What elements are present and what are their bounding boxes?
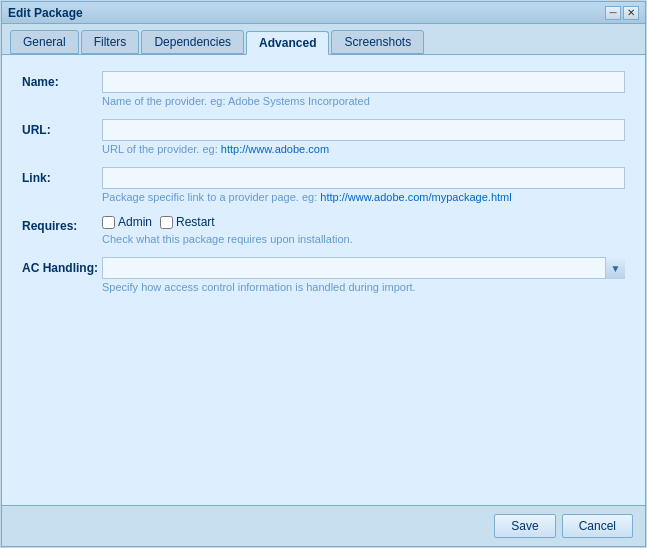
window-title: Edit Package <box>8 6 83 20</box>
ac-handling-label: AC Handling: <box>22 257 102 275</box>
restart-checkbox-label: Restart <box>160 215 215 229</box>
name-input[interactable] <box>102 71 625 93</box>
cancel-button[interactable]: Cancel <box>562 514 633 538</box>
requires-row: Requires: Admin Restart Check what this … <box>22 215 625 253</box>
checkboxes-row: Admin Restart <box>102 215 625 229</box>
link-hint-link[interactable]: http://www.adobe.com/mypackage.html <box>320 191 511 203</box>
edit-package-window: Edit Package ─ ✕ General Filters Depende… <box>1 1 646 547</box>
requires-field-col: Admin Restart Check what this package re… <box>102 215 625 253</box>
ac-handling-select[interactable] <box>102 257 625 279</box>
title-bar-buttons: ─ ✕ <box>605 6 639 20</box>
requires-hint: Check what this package requires upon in… <box>102 233 625 245</box>
close-button[interactable]: ✕ <box>623 6 639 20</box>
form-content: Name: Name of the provider. eg: Adobe Sy… <box>2 55 645 505</box>
ac-handling-row: AC Handling: ▼ Specify how access contro… <box>22 257 625 301</box>
url-hint: URL of the provider. eg: http://www.adob… <box>102 143 625 155</box>
url-input[interactable] <box>102 119 625 141</box>
url-field-col: URL of the provider. eg: http://www.adob… <box>102 119 625 163</box>
tab-dependencies[interactable]: Dependencies <box>141 30 244 54</box>
save-button[interactable]: Save <box>494 514 555 538</box>
name-hint: Name of the provider. eg: Adobe Systems … <box>102 95 625 107</box>
title-bar: Edit Package ─ ✕ <box>2 2 645 24</box>
tab-filters[interactable]: Filters <box>81 30 140 54</box>
name-field-col: Name of the provider. eg: Adobe Systems … <box>102 71 625 115</box>
restart-checkbox[interactable] <box>160 216 173 229</box>
tab-advanced[interactable]: Advanced <box>246 31 329 55</box>
link-row: Link: Package specific link to a provide… <box>22 167 625 211</box>
ac-handling-hint: Specify how access control information i… <box>102 281 625 293</box>
requires-label: Requires: <box>22 215 102 233</box>
link-hint: Package specific link to a provider page… <box>102 191 625 203</box>
url-hint-link[interactable]: http://www.adobe.com <box>221 143 329 155</box>
ac-handling-select-wrapper: ▼ <box>102 257 625 279</box>
link-label: Link: <box>22 167 102 185</box>
tab-screenshots[interactable]: Screenshots <box>331 30 424 54</box>
bottom-bar: Save Cancel <box>2 505 645 546</box>
link-input[interactable] <box>102 167 625 189</box>
link-field-col: Package specific link to a provider page… <box>102 167 625 211</box>
minimize-button[interactable]: ─ <box>605 6 621 20</box>
admin-checkbox-label: Admin <box>102 215 152 229</box>
name-row: Name: Name of the provider. eg: Adobe Sy… <box>22 71 625 115</box>
url-row: URL: URL of the provider. eg: http://www… <box>22 119 625 163</box>
admin-checkbox[interactable] <box>102 216 115 229</box>
ac-handling-field-col: ▼ Specify how access control information… <box>102 257 625 301</box>
restart-checkbox-text: Restart <box>176 215 215 229</box>
tab-bar: General Filters Dependencies Advanced Sc… <box>2 24 645 55</box>
url-label: URL: <box>22 119 102 137</box>
tab-general[interactable]: General <box>10 30 79 54</box>
admin-checkbox-text: Admin <box>118 215 152 229</box>
name-label: Name: <box>22 71 102 89</box>
